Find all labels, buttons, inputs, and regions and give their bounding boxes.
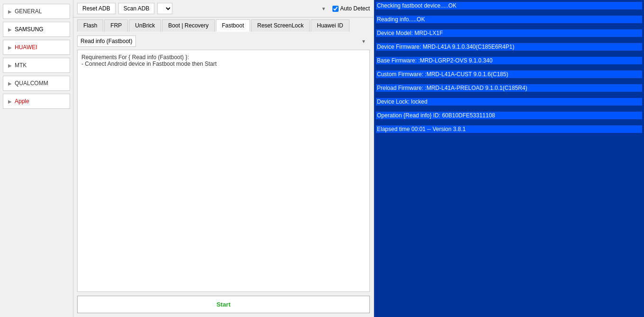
operation-select[interactable]: Read info (Fastboot) [77, 35, 136, 47]
auto-detect-label: Auto Detect [332, 5, 370, 12]
device-select-wrapper: ▼ [157, 3, 330, 14]
sidebar-item-huawei[interactable]: ▶HUAWEI [3, 40, 70, 55]
log-line: Base Firmware: :MRD-LGRP2-OVS 9.1.0.340 [376, 57, 642, 64]
content-area: Read info (Fastboot) ▼ Requirements For … [73, 32, 374, 317]
sidebar-item-label: SAMSUNG [15, 26, 44, 33]
tab-huawei-id[interactable]: Huawei ID [311, 19, 349, 32]
chevron-right-icon: ▶ [8, 99, 12, 104]
tab-bar: FlashFRPUnBrickBoot | RecoveryFastbootRe… [73, 18, 374, 32]
sidebar-item-samsung[interactable]: ▶SAMSUNG [3, 22, 70, 37]
log-line: Custom Firmware: :MRD-L41A-CUST 9.0.1.6(… [376, 70, 642, 78]
sidebar-item-mtk[interactable]: ▶MTK [3, 58, 70, 73]
sidebar-item-apple[interactable]: ▶Apple [3, 94, 70, 109]
sidebar-item-label: HUAWEI [15, 44, 37, 51]
tab-flash[interactable]: Flash [77, 19, 103, 32]
chevron-right-icon: ▶ [8, 9, 12, 14]
log-line: Device Firmware: MRD-L41A 9.1.0.340(C185… [376, 43, 642, 51]
operation-select-row: Read info (Fastboot) ▼ [77, 35, 370, 47]
operation-select-arrow-icon: ▼ [361, 39, 366, 44]
log-line: Reading info.....OK [376, 16, 642, 23]
device-select-arrow-icon: ▼ [321, 6, 326, 11]
device-select[interactable] [157, 3, 172, 14]
log-line: Checking fastboot device.....OK [376, 2, 642, 9]
info-line-1: Requirements For { Read info (Fastboot) … [81, 54, 366, 61]
sidebar-item-general[interactable]: ▶GENERAL [3, 4, 70, 19]
toolbar: Reset ADB Scan ADB ▼ Auto Detect [73, 0, 374, 18]
tab-boot-recovery[interactable]: Boot | Recovery [162, 19, 215, 32]
log-line: Preload Firmware: :MRD-L41A-PRELOAD 9.1.… [376, 84, 642, 92]
sidebar-item-label: QUALCOMM [15, 80, 48, 87]
log-line: Elapsed time 00:01 -- Version 3.8.1 [376, 125, 642, 133]
sidebar: ▶GENERAL▶SAMSUNG▶HUAWEI▶MTK▶QUALCOMM▶App… [0, 0, 73, 317]
log-line: Device Lock: locked [376, 98, 642, 106]
log-line: Device Model: MRD-LX1F [376, 29, 642, 37]
start-button[interactable]: Start [77, 296, 370, 313]
chevron-right-icon: ▶ [8, 27, 12, 32]
log-panel: Checking fastboot device.....OKReading i… [374, 0, 644, 317]
scan-adb-button[interactable]: Scan ADB [118, 3, 155, 14]
auto-detect-text: Auto Detect [340, 5, 370, 12]
reset-adb-button[interactable]: Reset ADB [77, 3, 116, 14]
chevron-right-icon: ▶ [8, 63, 12, 68]
info-box: Requirements For { Read info (Fastboot) … [77, 50, 370, 292]
chevron-right-icon: ▶ [8, 81, 12, 86]
chevron-right-icon: ▶ [8, 45, 12, 50]
sidebar-item-label: GENERAL [15, 8, 42, 15]
sidebar-item-label: Apple [15, 98, 29, 105]
auto-detect-checkbox[interactable] [332, 6, 339, 12]
log-line: Operation {Read info} ID: 60B10DFE533111… [376, 112, 642, 119]
tab-reset-screenlock[interactable]: Reset ScreenLock [251, 19, 310, 32]
tab-unbrick[interactable]: UnBrick [129, 19, 161, 32]
operation-select-wrapper: Read info (Fastboot) ▼ [77, 35, 370, 47]
main-panel: Reset ADB Scan ADB ▼ Auto Detect FlashFR… [73, 0, 374, 317]
sidebar-item-label: MTK [15, 62, 27, 69]
tab-fastboot[interactable]: Fastboot [216, 19, 250, 32]
tab-frp[interactable]: FRP [104, 19, 128, 32]
info-line-2: - Connect Android device in Fastboot mod… [81, 61, 366, 67]
sidebar-item-qualcomm[interactable]: ▶QUALCOMM [3, 76, 70, 91]
